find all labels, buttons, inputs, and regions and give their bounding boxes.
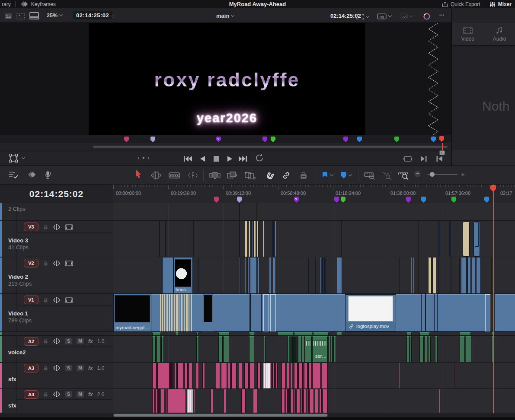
track-badge-v1[interactable]: V1 <box>24 296 38 304</box>
timeline-clip[interactable] <box>472 258 475 293</box>
timeline-clip[interactable] <box>164 294 165 331</box>
timeline-clip[interactable] <box>161 389 164 413</box>
marker-pin[interactable] <box>150 137 155 142</box>
timeline-clip[interactable] <box>294 363 297 388</box>
timeline-clip[interactable] <box>202 363 205 388</box>
timeline-clip[interactable] <box>166 294 168 331</box>
track-badge-v2[interactable]: V2 <box>24 259 38 267</box>
timeline-clip[interactable] <box>419 336 424 362</box>
timeline-clip[interactable] <box>253 389 257 413</box>
position-lock-toggle[interactable] <box>299 171 308 180</box>
timeline-clip[interactable] <box>270 294 276 331</box>
proxy-quality-select[interactable]: HQ <box>377 12 391 20</box>
timeline-clip[interactable] <box>328 336 330 362</box>
track-header-v2[interactable]: V2 Video 2 213 Clips <box>0 258 113 294</box>
timeline-clip[interactable] <box>413 258 414 293</box>
timeline-clip[interactable] <box>181 294 182 331</box>
auto-select-icon[interactable] <box>53 297 61 303</box>
lane-a3[interactable] <box>113 363 515 389</box>
timeline-clip[interactable] <box>333 336 336 362</box>
timeline-clip[interactable] <box>263 363 271 388</box>
timeline-clip[interactable] <box>319 389 322 413</box>
solo-button[interactable]: S <box>65 338 72 344</box>
timeline-clip[interactable] <box>307 389 309 413</box>
marker-pin[interactable] <box>357 137 362 142</box>
timeline-clip[interactable] <box>216 363 220 388</box>
transform-button[interactable] <box>9 154 25 162</box>
lane-v1[interactable]: myroad-vegpt…logtosplay.mov <box>113 294 515 332</box>
timeline-clip[interactable] <box>406 336 409 362</box>
insert-clip-button[interactable] <box>209 171 221 180</box>
timeline-clip[interactable] <box>152 363 157 388</box>
clip-hous[interactable]: hous… <box>173 258 193 293</box>
marker-pin[interactable] <box>216 137 221 142</box>
track-header-v1[interactable]: V1 Video 1 789 Clips <box>0 294 113 332</box>
viewer-playhead[interactable] <box>442 143 443 150</box>
flag-button[interactable] <box>322 171 333 179</box>
timeline-select[interactable]: main <box>216 13 234 19</box>
timeline-clip[interactable] <box>418 221 419 257</box>
timeline-clip[interactable] <box>281 389 285 413</box>
timeline-clip[interactable] <box>278 332 293 335</box>
viewer-zoom-select[interactable]: 25% <box>47 13 62 19</box>
timeline-clip[interactable] <box>249 336 254 362</box>
timeline-clip[interactable] <box>263 294 269 331</box>
timeline-clip[interactable] <box>249 332 254 335</box>
track-header-a2[interactable]: A2 S M fx 1.0 voice2 <box>0 336 113 363</box>
timeline-clip[interactable] <box>341 221 342 257</box>
timeline-clip[interactable] <box>176 294 178 331</box>
timeline-ruler[interactable]: 00:00:00:0000:19:36:0000:39:12:0000:58:4… <box>113 185 515 203</box>
custom-zoom-button[interactable] <box>398 171 410 180</box>
timeline-clip[interactable] <box>177 363 183 388</box>
timeline-clip[interactable] <box>165 221 166 257</box>
timeline-clip[interactable] <box>218 332 230 335</box>
voiceover-mic-icon[interactable] <box>44 171 53 180</box>
snapping-toggle[interactable] <box>265 171 275 181</box>
timeline-clip[interactable] <box>322 363 328 388</box>
timeline-clip[interactable] <box>406 332 412 335</box>
lock-icon[interactable] <box>43 391 48 397</box>
timeline-clip[interactable] <box>157 363 170 388</box>
timeline-clip[interactable] <box>162 294 163 331</box>
timeline-clip[interactable] <box>315 258 316 293</box>
timeline-clip[interactable] <box>439 389 440 413</box>
timeline-clip[interactable] <box>322 258 323 293</box>
timeline-clip[interactable] <box>264 336 265 362</box>
ruler-marker-pin[interactable] <box>421 197 426 203</box>
timeline-clip[interactable] <box>256 203 257 220</box>
timeline-clip[interactable] <box>162 258 173 293</box>
timeline-clip[interactable] <box>310 389 314 413</box>
marker-pin[interactable] <box>124 137 129 142</box>
timeline-clip[interactable] <box>286 389 288 413</box>
timeline-clip[interactable] <box>291 389 293 413</box>
timeline-clip[interactable] <box>244 363 249 388</box>
timeline-clip[interactable] <box>170 363 172 388</box>
timeline-clip[interactable] <box>438 258 439 293</box>
timeline-clip[interactable] <box>298 336 301 362</box>
fx-indicator[interactable]: fx <box>88 338 93 344</box>
timeline-clip[interactable] <box>323 389 328 413</box>
timeline-clip[interactable] <box>320 258 321 293</box>
track-header-v3[interactable]: V3 Video 3 41 Clips <box>0 221 113 257</box>
resolve-fx-button[interactable] <box>423 12 430 20</box>
timeline-clip[interactable] <box>275 363 278 388</box>
timeline-clip[interactable] <box>257 221 259 257</box>
frame-view-icon[interactable] <box>65 297 73 303</box>
auto-select-icon[interactable] <box>53 261 61 266</box>
timeline-clip[interactable] <box>224 336 229 362</box>
timeline-clip[interactable] <box>460 332 471 335</box>
timeline-clip[interactable] <box>196 336 199 362</box>
mute-button[interactable]: M <box>77 365 84 371</box>
timeline-scrollbar[interactable] <box>0 413 515 417</box>
timeline-clip[interactable] <box>175 332 178 335</box>
timeline-clip[interactable] <box>179 294 179 331</box>
auto-select-icon[interactable] <box>53 365 61 371</box>
loop-button[interactable] <box>255 154 264 162</box>
timeline-clip[interactable] <box>269 258 271 293</box>
lock-icon[interactable] <box>43 224 48 230</box>
timeline-clip[interactable] <box>463 221 470 257</box>
auto-select-icon[interactable] <box>53 391 61 397</box>
go-to-end-button[interactable] <box>239 155 247 162</box>
timeline-clip[interactable] <box>302 336 304 362</box>
timeline-clip[interactable] <box>152 336 156 362</box>
